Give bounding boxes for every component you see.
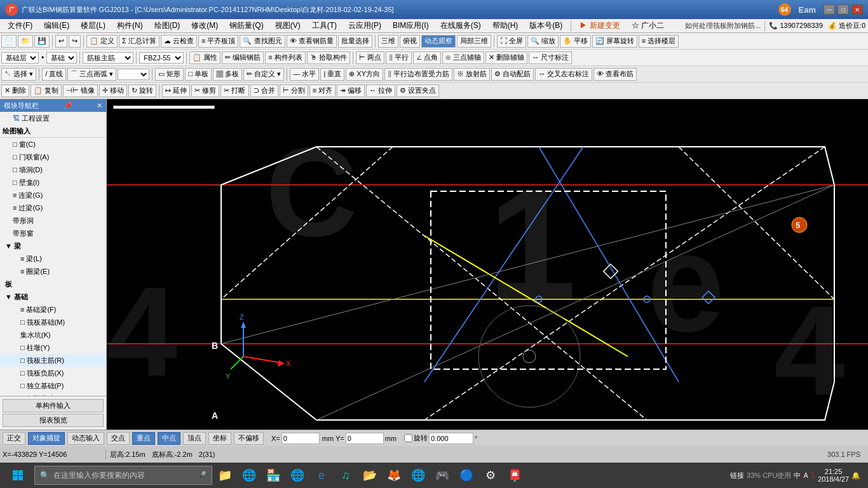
- orthogonal-btn[interactable]: 正交: [3, 432, 25, 445]
- select-btn[interactable]: ↖ 选择 ▾: [1, 68, 36, 81]
- save-btn[interactable]: 💾: [34, 35, 50, 48]
- sidebar-item-window[interactable]: □ 窗(C): [0, 138, 106, 151]
- sidebar-item-strip-window[interactable]: 带形窗: [0, 227, 106, 240]
- break-btn[interactable]: ✂ 打断: [220, 85, 248, 97]
- task-folder-icon[interactable]: 📂: [358, 463, 381, 487]
- task-fox-icon[interactable]: 🦊: [383, 463, 405, 487]
- input-icon[interactable]: A: [803, 471, 808, 479]
- undo-btn[interactable]: ↩: [55, 35, 67, 48]
- level-top-btn[interactable]: ≡ 平齐板顶: [198, 35, 238, 48]
- task-file-icon[interactable]: 📁: [214, 463, 236, 487]
- sidebar-item-isolated-found[interactable]: □ 独立基础(P): [0, 379, 106, 392]
- task-net-icon[interactable]: 🌐: [407, 463, 430, 487]
- fullscreen-btn[interactable]: ⛶ 全屏: [497, 35, 526, 48]
- batch-select-btn[interactable]: 批量选择: [338, 35, 372, 48]
- property-btn[interactable]: 📋 属性: [189, 51, 220, 64]
- midpoint-btn[interactable]: 中点: [158, 432, 180, 445]
- canvas-area[interactable]: 钢筋显示控制面板 底筋 显示其它图元 显示详细公式: [107, 99, 868, 430]
- task-game-icon[interactable]: 🎮: [431, 463, 454, 487]
- view-rebar-btn[interactable]: 👁 查看钢筋量: [287, 35, 337, 48]
- y-input[interactable]: 0: [346, 433, 384, 444]
- sidebar-item-door-window[interactable]: □ 门联窗(A): [0, 151, 106, 163]
- dim-btn[interactable]: ↔ 尺寸标注: [529, 51, 572, 64]
- find-elem-btn[interactable]: 🔍 查找图元: [240, 35, 285, 48]
- top-view-btn[interactable]: 俯视: [400, 35, 420, 48]
- sidebar-item-sump[interactable]: 集水坑(K): [0, 329, 106, 341]
- floor-select[interactable]: 基础: [46, 52, 77, 64]
- bar-type-select[interactable]: 筋板主筋: [83, 52, 133, 64]
- rect-btn[interactable]: ▭ 矩形: [155, 68, 184, 81]
- xy-dir-btn[interactable]: ⊕ XY方向: [346, 68, 383, 81]
- zoom-btn[interactable]: 🔍 缩放: [527, 35, 559, 48]
- menu-gxe[interactable]: ☆ 广小二: [627, 19, 669, 32]
- menu-version[interactable]: 版本号(B): [524, 19, 567, 32]
- report-preview-btn[interactable]: 报表预览: [3, 414, 104, 427]
- arc-btn[interactable]: ⌒ 三点画弧 ▾: [67, 68, 116, 81]
- calc-btn[interactable]: Σ 汇总计算: [119, 35, 159, 48]
- trim-btn[interactable]: ✂ 修剪: [191, 85, 219, 97]
- align-btn[interactable]: ≡ 对齐: [309, 85, 336, 97]
- bar-code-select[interactable]: FBZJ-55: [139, 52, 184, 64]
- menu-edit[interactable]: 编辑(E): [39, 19, 74, 32]
- parallel-edge-btn[interactable]: ∥ 平行边布置受力筋: [384, 68, 452, 81]
- menu-file[interactable]: 文件(F): [3, 19, 37, 32]
- auto-config-btn[interactable]: ⚙ 自动配筋: [491, 68, 534, 81]
- menu-draw[interactable]: 绘图(D): [149, 19, 186, 32]
- task-music-icon[interactable]: ♫: [334, 463, 357, 487]
- sidebar-group-slab[interactable]: 板: [0, 278, 106, 290]
- menu-bim[interactable]: BIM应用(I): [388, 19, 434, 32]
- close-button[interactable]: ✕: [851, 4, 863, 15]
- task-settings-icon[interactable]: ⚙: [479, 463, 502, 487]
- menu-floor[interactable]: 楼层(L): [76, 19, 111, 32]
- delete-btn[interactable]: ✕ 删除: [1, 85, 29, 97]
- single-input-btn[interactable]: 单构件输入: [3, 399, 104, 412]
- menu-online[interactable]: 在线服务(S): [435, 19, 486, 32]
- select-floor-btn[interactable]: ≡ 选择楼层: [639, 35, 679, 48]
- custom-btn[interactable]: ✏ 自定义 ▾: [243, 68, 284, 81]
- split-btn[interactable]: ⊢ 分割: [280, 85, 308, 97]
- sidebar-item-wall-hole[interactable]: □ 墙洞(D): [0, 163, 106, 176]
- parallel-btn[interactable]: ∥ 平行: [386, 51, 412, 64]
- sidebar-pin[interactable]: 📌: [64, 102, 72, 110]
- sidebar-group-foundation[interactable]: ▼ 基础: [0, 290, 106, 303]
- merge-btn[interactable]: ⊃ 合并: [250, 85, 278, 97]
- line-btn[interactable]: / 直线: [42, 68, 66, 81]
- sidebar-item-over-beam[interactable]: ≡ 过梁(G): [0, 201, 106, 214]
- del-axis-btn[interactable]: ✕ 删除辅轴: [485, 51, 527, 64]
- component-list-btn[interactable]: ≡ 构件列表: [265, 51, 305, 64]
- menu-modify[interactable]: 修改(M): [186, 19, 223, 32]
- search-bar[interactable]: 🔍 在这里输入你要搜索的内容 🎤: [34, 466, 212, 485]
- sidebar-item-niche[interactable]: □ 壁龛(I): [0, 176, 106, 189]
- lang-icon[interactable]: 中: [794, 471, 801, 480]
- rotate-checkbox[interactable]: [404, 434, 412, 442]
- object-snap-btn[interactable]: 对象捕捉: [28, 432, 65, 445]
- endpoint-btn[interactable]: 重点: [132, 432, 155, 445]
- mirror-btn[interactable]: ⊣⊢ 镜像: [63, 85, 98, 97]
- sidebar-close[interactable]: ✕: [97, 102, 102, 110]
- sidebar-item-column-pier[interactable]: □ 柱墩(Y): [0, 341, 106, 354]
- sidebar-item-beam[interactable]: ≡ 梁(L): [0, 252, 106, 265]
- extend-btn[interactable]: ↦ 延伸: [162, 85, 190, 97]
- two-point-btn[interactable]: ⊢ 两点: [356, 51, 384, 64]
- single-slab-btn[interactable]: □ 单板: [185, 68, 212, 81]
- task-blue1-icon[interactable]: 🔵: [455, 463, 478, 487]
- edit-rebar-btn[interactable]: ✏ 编辑钢筋: [222, 51, 264, 64]
- task-store-icon[interactable]: 🏪: [262, 463, 285, 487]
- sidebar-item-foundation-beam[interactable]: ≡ 基础梁(F): [0, 303, 106, 316]
- copy-btn[interactable]: 📋 复制: [31, 85, 62, 97]
- task-browser1-icon[interactable]: 🌐: [238, 463, 261, 487]
- sidebar-item-strip-hole[interactable]: 带形洞: [0, 214, 106, 227]
- view-layout-btn[interactable]: 👁 查看布筋: [593, 68, 637, 81]
- minimize-button[interactable]: ─: [824, 4, 835, 15]
- rotate-input[interactable]: 0.000: [429, 433, 473, 444]
- sidebar-item-lintel-beam[interactable]: ≡ 连梁(G): [0, 189, 106, 201]
- dynamic-input-btn[interactable]: 动态输入: [67, 432, 104, 445]
- sidebar-item-ring-beam[interactable]: ≡ 圈梁(E): [0, 265, 106, 278]
- dynamic-view-btn[interactable]: 动态观察: [421, 35, 456, 48]
- arc-select[interactable]: [118, 69, 149, 80]
- layer-select[interactable]: 基础层: [1, 52, 39, 64]
- menu-view[interactable]: 视图(V): [270, 19, 306, 32]
- sidebar-item-drawing[interactable]: 绘图输入: [0, 125, 106, 138]
- local-3d-btn[interactable]: 局部三维: [457, 35, 491, 48]
- sidebar-group-beam[interactable]: ▼ 梁: [0, 240, 106, 252]
